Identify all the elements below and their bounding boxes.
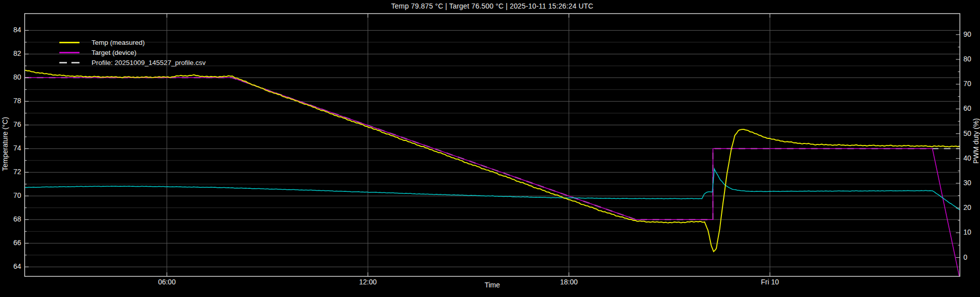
legend-label: Temp (measured): [92, 39, 145, 46]
y-tick-label-right: 10: [963, 228, 971, 236]
legend-item-target: Target (device): [59, 47, 206, 57]
y-tick-label-right: 90: [963, 30, 971, 38]
y-tick-label-right: 20: [963, 203, 971, 211]
y-tick-label-left: 66: [0, 239, 21, 247]
y-tick-label-left: 76: [0, 120, 21, 128]
x-tick-label: 18:00: [546, 278, 592, 286]
x-tick-label: 12:00: [345, 278, 390, 286]
legend-item-temp: Temp (measured): [59, 37, 206, 47]
y-tick-label-left: 70: [0, 191, 21, 199]
y-tick-label-right: 80: [963, 55, 971, 63]
y-tick-label-left: 82: [0, 49, 21, 57]
y-tick-label-right: 70: [963, 80, 971, 88]
series-temp: [25, 70, 960, 252]
legend-label: Target (device): [92, 49, 136, 56]
right-axis-title: PWM duty (%): [972, 65, 980, 216]
series-pwm: [25, 169, 960, 210]
y-tick-label-right: 60: [963, 104, 971, 112]
y-tick-label-left: 64: [0, 262, 21, 270]
y-tick-label-left: 78: [0, 97, 21, 105]
y-tick-label-left: 80: [0, 73, 21, 81]
target-line-sample-icon: [59, 52, 79, 53]
y-tick-label-right: 30: [963, 179, 971, 187]
y-tick-label-left: 74: [0, 144, 21, 152]
series-target: [25, 78, 959, 277]
y-tick-label-left: 72: [0, 168, 21, 176]
x-tick-label: 06:00: [144, 278, 190, 286]
profile-line-sample-icon: [59, 62, 79, 63]
y-tick-label-left: 84: [0, 26, 21, 34]
chart-window: Temp 79.875 °C | Target 76.500 °C | 2025…: [0, 0, 980, 297]
y-tick-label-right: 50: [963, 129, 971, 137]
legend-item-profile: Profile: 20251009_145527_profile.csv: [59, 57, 206, 67]
temp-line-sample-icon: [59, 42, 79, 43]
legend-label: Profile: 20251009_145527_profile.csv: [92, 59, 206, 66]
y-tick-label-right: 0: [963, 253, 967, 261]
y-tick-label-right: 40: [963, 154, 971, 162]
y-tick-label-left: 68: [0, 215, 21, 223]
legend: Temp (measured) Target (device) Profile:…: [59, 37, 206, 67]
x-tick-label: Fri 10: [747, 278, 792, 286]
